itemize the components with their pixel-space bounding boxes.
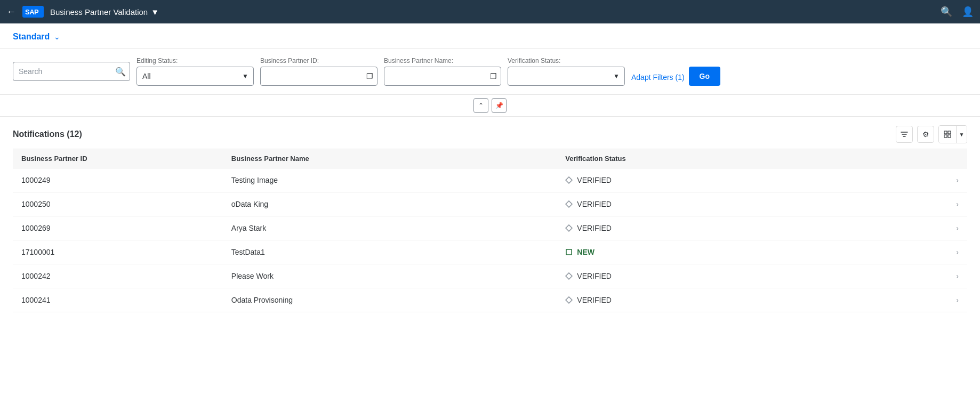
cell-bp-id: 1000241 — [13, 288, 223, 312]
search-input[interactable] — [13, 62, 130, 81]
cell-verification: NEW — [557, 240, 919, 264]
sort-button[interactable] — [896, 126, 913, 143]
svg-rect-5 — [948, 135, 951, 137]
svg-text:SAP: SAP — [25, 8, 39, 16]
header-left: ← SAP Business Partner Validation ▼ — [6, 6, 159, 18]
cell-bp-id: 17100001 — [13, 240, 223, 264]
editing-status-wrapper: All Unchanged New Modified Deleted ▼ — [136, 67, 254, 86]
table-row[interactable]: 17100001 TestData1 NEW › — [13, 240, 967, 264]
bp-name-wrapper: ❐ — [384, 67, 501, 86]
grid-icon — [944, 131, 951, 138]
table-row[interactable]: 1000250 oData King VERIFIED › — [13, 192, 967, 216]
cell-nav: › — [919, 192, 967, 216]
verification-status-wrapper: VERIFIED NEW ▼ — [508, 67, 625, 86]
cell-nav: › — [919, 264, 967, 288]
editing-status-group: Editing Status: All Unchanged New Modifi… — [136, 57, 254, 86]
sap-logo: SAP — [22, 6, 44, 18]
row-nav-arrow[interactable]: › — [956, 200, 959, 208]
row-nav-arrow[interactable]: › — [956, 296, 959, 304]
verification-status-label: Verification Status: — [508, 57, 625, 64]
col-header-verification: Verification Status — [557, 149, 919, 168]
collapse-controls: ⌃ 📌 — [0, 95, 980, 117]
table-section: Notifications (12) ⚙ — [0, 117, 980, 312]
row-nav-arrow[interactable]: › — [956, 272, 959, 280]
sap-logo-svg: SAP — [23, 6, 43, 17]
bp-id-input[interactable] — [260, 67, 377, 86]
app-title: Business Partner Validation ▼ — [50, 7, 159, 17]
header-icons: 🔍 👤 — [941, 6, 974, 18]
bp-name-label: Business Partner Name: — [384, 57, 501, 64]
table-header-row: Business Partner ID Business Partner Nam… — [13, 149, 967, 168]
standard-label[interactable]: Standard — [13, 32, 50, 42]
svg-marker-6 — [566, 177, 572, 183]
filter-actions: Adapt Filters (1) Go — [631, 67, 720, 86]
table-row[interactable]: 1000249 Testing Image VERIFIED › — [13, 168, 967, 192]
back-button[interactable]: ← — [6, 6, 16, 18]
table-row[interactable]: 1000241 Odata Provisoning VERIFIED › — [13, 288, 967, 312]
page-content: Standard ⌄ 🔍 Editing Status: All Unchang… — [0, 23, 980, 405]
standard-dropdown-icon[interactable]: ⌄ — [54, 33, 60, 41]
sort-icon — [900, 130, 909, 139]
verified-status-icon — [565, 200, 573, 208]
settings-button[interactable]: ⚙ — [917, 126, 934, 143]
verified-status-icon — [565, 272, 573, 280]
cell-verification: VERIFIED — [557, 216, 919, 240]
editing-status-select[interactable]: All Unchanged New Modified Deleted — [136, 67, 254, 86]
cell-nav: › — [919, 288, 967, 312]
verified-status-icon — [565, 176, 573, 184]
adapt-filters-button[interactable]: Adapt Filters (1) — [631, 69, 685, 86]
cell-bp-name: Odata Provisoning — [223, 288, 557, 312]
verification-status-select[interactable]: VERIFIED NEW — [508, 67, 625, 86]
bp-id-label: Business Partner ID: — [260, 57, 377, 64]
cell-bp-name: oData King — [223, 192, 557, 216]
svg-rect-9 — [566, 249, 572, 255]
verification-status-group: Verification Status: VERIFIED NEW ▼ — [508, 57, 625, 86]
cell-bp-name: Arya Stark — [223, 216, 557, 240]
view-dropdown-button[interactable]: ▼ — [956, 126, 967, 143]
cell-nav: › — [919, 216, 967, 240]
bp-id-wrapper: ❐ — [260, 67, 377, 86]
cell-bp-name: TestData1 — [223, 240, 557, 264]
table-title: Notifications (12) — [13, 129, 82, 139]
cell-verification: VERIFIED — [557, 288, 919, 312]
svg-marker-7 — [566, 201, 572, 207]
collapse-up-button[interactable]: ⌃ — [473, 98, 488, 113]
grid-view-button[interactable] — [939, 126, 956, 143]
go-button[interactable]: Go — [689, 67, 720, 86]
svg-marker-11 — [566, 297, 572, 303]
cell-nav: › — [919, 240, 967, 264]
col-header-bp-name: Business Partner Name — [223, 149, 557, 168]
cell-verification: VERIFIED — [557, 264, 919, 288]
row-nav-arrow[interactable]: › — [956, 176, 959, 184]
table-row[interactable]: 1000242 Please Work VERIFIED › — [13, 264, 967, 288]
filter-bar: 🔍 Editing Status: All Unchanged New Modi… — [0, 48, 980, 95]
table-row[interactable]: 1000269 Arya Stark VERIFIED › — [13, 216, 967, 240]
new-status-icon — [565, 248, 573, 256]
bp-name-input[interactable] — [384, 67, 501, 86]
bp-id-group: Business Partner ID: ❐ — [260, 57, 377, 86]
row-nav-arrow[interactable]: › — [956, 224, 959, 232]
table-actions: ⚙ ▼ — [896, 125, 967, 143]
cell-bp-id: 1000250 — [13, 192, 223, 216]
row-nav-arrow[interactable]: › — [956, 248, 959, 256]
col-header-bp-id: Business Partner ID — [13, 149, 223, 168]
verified-status-icon — [565, 224, 573, 232]
cell-nav: › — [919, 168, 967, 192]
pin-button[interactable]: 📌 — [492, 98, 507, 113]
title-dropdown-icon[interactable]: ▼ — [151, 7, 159, 17]
verified-status-icon — [565, 296, 573, 304]
header-user-icon[interactable]: 👤 — [962, 6, 974, 18]
svg-marker-10 — [566, 273, 572, 279]
editing-status-label: Editing Status: — [136, 57, 254, 64]
svg-rect-2 — [944, 131, 947, 134]
notifications-table: Business Partner ID Business Partner Nam… — [13, 149, 967, 312]
cell-bp-name: Please Work — [223, 264, 557, 288]
search-button[interactable]: 🔍 — [115, 67, 126, 77]
svg-rect-3 — [948, 131, 951, 134]
search-group: 🔍 — [13, 62, 130, 81]
cell-bp-id: 1000249 — [13, 168, 223, 192]
table-header-bar: Notifications (12) ⚙ — [13, 117, 967, 149]
cell-verification: VERIFIED — [557, 168, 919, 192]
header-search-icon[interactable]: 🔍 — [941, 6, 952, 18]
search-wrapper: 🔍 — [13, 62, 130, 81]
